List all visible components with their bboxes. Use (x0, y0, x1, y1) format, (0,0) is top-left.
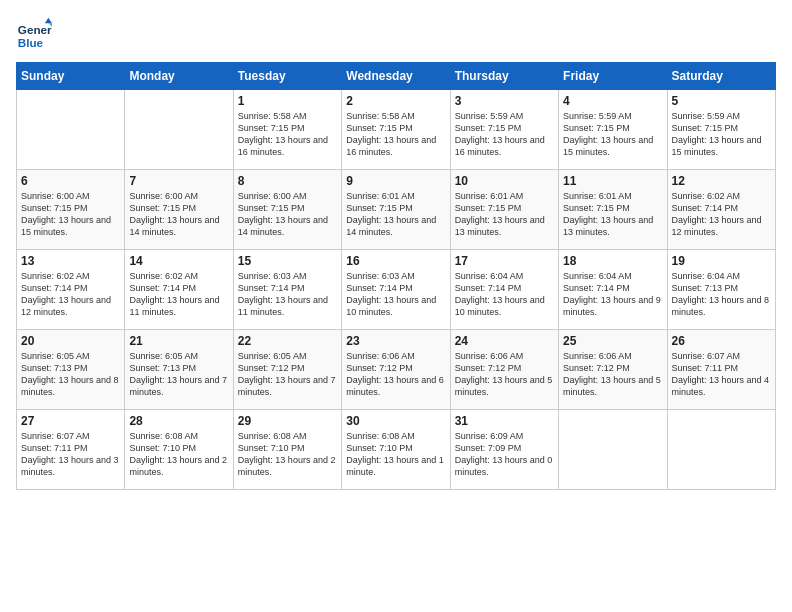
day-number: 29 (238, 414, 337, 428)
calendar-cell: 2Sunrise: 5:58 AM Sunset: 7:15 PM Daylig… (342, 90, 450, 170)
weekday-tuesday: Tuesday (233, 63, 341, 90)
calendar-cell: 23Sunrise: 6:06 AM Sunset: 7:12 PM Dayli… (342, 330, 450, 410)
calendar-cell: 17Sunrise: 6:04 AM Sunset: 7:14 PM Dayli… (450, 250, 558, 330)
day-number: 18 (563, 254, 662, 268)
day-number: 25 (563, 334, 662, 348)
day-info: Sunrise: 6:04 AM Sunset: 7:14 PM Dayligh… (563, 270, 662, 319)
week-row-2: 6Sunrise: 6:00 AM Sunset: 7:15 PM Daylig… (17, 170, 776, 250)
day-number: 30 (346, 414, 445, 428)
calendar-cell (667, 410, 775, 490)
page-header: General Blue (16, 16, 776, 52)
day-info: Sunrise: 6:01 AM Sunset: 7:15 PM Dayligh… (563, 190, 662, 239)
day-number: 23 (346, 334, 445, 348)
calendar-cell (559, 410, 667, 490)
calendar-cell: 7Sunrise: 6:00 AM Sunset: 7:15 PM Daylig… (125, 170, 233, 250)
calendar-cell: 26Sunrise: 6:07 AM Sunset: 7:11 PM Dayli… (667, 330, 775, 410)
day-info: Sunrise: 6:03 AM Sunset: 7:14 PM Dayligh… (346, 270, 445, 319)
week-row-4: 20Sunrise: 6:05 AM Sunset: 7:13 PM Dayli… (17, 330, 776, 410)
day-number: 28 (129, 414, 228, 428)
day-number: 14 (129, 254, 228, 268)
weekday-wednesday: Wednesday (342, 63, 450, 90)
day-info: Sunrise: 6:00 AM Sunset: 7:15 PM Dayligh… (129, 190, 228, 239)
weekday-monday: Monday (125, 63, 233, 90)
day-number: 22 (238, 334, 337, 348)
day-number: 21 (129, 334, 228, 348)
day-info: Sunrise: 6:05 AM Sunset: 7:13 PM Dayligh… (21, 350, 120, 399)
day-info: Sunrise: 6:06 AM Sunset: 7:12 PM Dayligh… (563, 350, 662, 399)
day-number: 7 (129, 174, 228, 188)
logo-icon: General Blue (16, 16, 52, 52)
calendar-cell: 29Sunrise: 6:08 AM Sunset: 7:10 PM Dayli… (233, 410, 341, 490)
day-number: 16 (346, 254, 445, 268)
day-number: 6 (21, 174, 120, 188)
calendar-cell: 27Sunrise: 6:07 AM Sunset: 7:11 PM Dayli… (17, 410, 125, 490)
calendar-cell: 20Sunrise: 6:05 AM Sunset: 7:13 PM Dayli… (17, 330, 125, 410)
calendar-body: 1Sunrise: 5:58 AM Sunset: 7:15 PM Daylig… (17, 90, 776, 490)
calendar-cell: 21Sunrise: 6:05 AM Sunset: 7:13 PM Dayli… (125, 330, 233, 410)
calendar-cell: 5Sunrise: 5:59 AM Sunset: 7:15 PM Daylig… (667, 90, 775, 170)
weekday-thursday: Thursday (450, 63, 558, 90)
week-row-3: 13Sunrise: 6:02 AM Sunset: 7:14 PM Dayli… (17, 250, 776, 330)
day-info: Sunrise: 5:59 AM Sunset: 7:15 PM Dayligh… (563, 110, 662, 159)
calendar-cell: 24Sunrise: 6:06 AM Sunset: 7:12 PM Dayli… (450, 330, 558, 410)
svg-text:Blue: Blue (18, 36, 44, 49)
day-info: Sunrise: 6:04 AM Sunset: 7:13 PM Dayligh… (672, 270, 771, 319)
day-number: 3 (455, 94, 554, 108)
weekday-friday: Friday (559, 63, 667, 90)
day-number: 24 (455, 334, 554, 348)
day-number: 15 (238, 254, 337, 268)
calendar-cell: 15Sunrise: 6:03 AM Sunset: 7:14 PM Dayli… (233, 250, 341, 330)
svg-text:General: General (18, 23, 52, 36)
calendar-cell: 13Sunrise: 6:02 AM Sunset: 7:14 PM Dayli… (17, 250, 125, 330)
weekday-saturday: Saturday (667, 63, 775, 90)
day-info: Sunrise: 6:02 AM Sunset: 7:14 PM Dayligh… (672, 190, 771, 239)
calendar-cell: 14Sunrise: 6:02 AM Sunset: 7:14 PM Dayli… (125, 250, 233, 330)
logo: General Blue (16, 16, 28, 52)
day-number: 5 (672, 94, 771, 108)
calendar-cell: 3Sunrise: 5:59 AM Sunset: 7:15 PM Daylig… (450, 90, 558, 170)
day-info: Sunrise: 6:00 AM Sunset: 7:15 PM Dayligh… (21, 190, 120, 239)
day-info: Sunrise: 6:00 AM Sunset: 7:15 PM Dayligh… (238, 190, 337, 239)
day-number: 31 (455, 414, 554, 428)
day-number: 19 (672, 254, 771, 268)
day-info: Sunrise: 5:59 AM Sunset: 7:15 PM Dayligh… (672, 110, 771, 159)
day-number: 17 (455, 254, 554, 268)
day-info: Sunrise: 6:03 AM Sunset: 7:14 PM Dayligh… (238, 270, 337, 319)
day-number: 27 (21, 414, 120, 428)
day-number: 1 (238, 94, 337, 108)
week-row-5: 27Sunrise: 6:07 AM Sunset: 7:11 PM Dayli… (17, 410, 776, 490)
calendar-cell: 19Sunrise: 6:04 AM Sunset: 7:13 PM Dayli… (667, 250, 775, 330)
svg-marker-2 (45, 18, 52, 23)
calendar-cell: 4Sunrise: 5:59 AM Sunset: 7:15 PM Daylig… (559, 90, 667, 170)
day-info: Sunrise: 6:02 AM Sunset: 7:14 PM Dayligh… (21, 270, 120, 319)
day-info: Sunrise: 6:05 AM Sunset: 7:13 PM Dayligh… (129, 350, 228, 399)
calendar-cell: 25Sunrise: 6:06 AM Sunset: 7:12 PM Dayli… (559, 330, 667, 410)
day-info: Sunrise: 5:58 AM Sunset: 7:15 PM Dayligh… (238, 110, 337, 159)
calendar-cell: 22Sunrise: 6:05 AM Sunset: 7:12 PM Dayli… (233, 330, 341, 410)
day-info: Sunrise: 5:58 AM Sunset: 7:15 PM Dayligh… (346, 110, 445, 159)
day-info: Sunrise: 5:59 AM Sunset: 7:15 PM Dayligh… (455, 110, 554, 159)
day-info: Sunrise: 6:08 AM Sunset: 7:10 PM Dayligh… (346, 430, 445, 479)
week-row-1: 1Sunrise: 5:58 AM Sunset: 7:15 PM Daylig… (17, 90, 776, 170)
day-number: 12 (672, 174, 771, 188)
calendar-cell (125, 90, 233, 170)
calendar-cell: 30Sunrise: 6:08 AM Sunset: 7:10 PM Dayli… (342, 410, 450, 490)
calendar-cell: 12Sunrise: 6:02 AM Sunset: 7:14 PM Dayli… (667, 170, 775, 250)
calendar-cell: 8Sunrise: 6:00 AM Sunset: 7:15 PM Daylig… (233, 170, 341, 250)
weekday-header-row: SundayMondayTuesdayWednesdayThursdayFrid… (17, 63, 776, 90)
calendar-cell: 18Sunrise: 6:04 AM Sunset: 7:14 PM Dayli… (559, 250, 667, 330)
weekday-sunday: Sunday (17, 63, 125, 90)
calendar-cell: 10Sunrise: 6:01 AM Sunset: 7:15 PM Dayli… (450, 170, 558, 250)
day-info: Sunrise: 6:02 AM Sunset: 7:14 PM Dayligh… (129, 270, 228, 319)
calendar-table: SundayMondayTuesdayWednesdayThursdayFrid… (16, 62, 776, 490)
day-info: Sunrise: 6:01 AM Sunset: 7:15 PM Dayligh… (455, 190, 554, 239)
day-info: Sunrise: 6:06 AM Sunset: 7:12 PM Dayligh… (346, 350, 445, 399)
day-info: Sunrise: 6:07 AM Sunset: 7:11 PM Dayligh… (672, 350, 771, 399)
day-number: 10 (455, 174, 554, 188)
day-number: 9 (346, 174, 445, 188)
day-number: 11 (563, 174, 662, 188)
day-info: Sunrise: 6:06 AM Sunset: 7:12 PM Dayligh… (455, 350, 554, 399)
day-number: 8 (238, 174, 337, 188)
calendar-cell (17, 90, 125, 170)
calendar-cell: 28Sunrise: 6:08 AM Sunset: 7:10 PM Dayli… (125, 410, 233, 490)
